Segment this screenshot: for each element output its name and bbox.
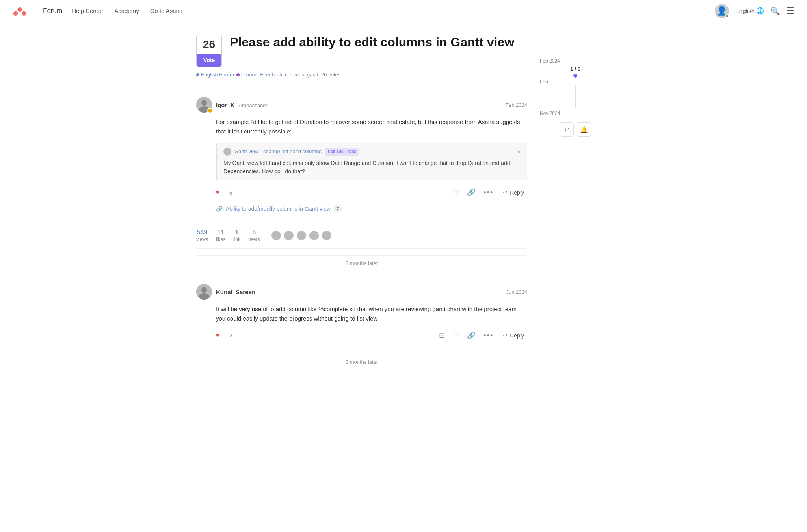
stat-views-label: views xyxy=(196,237,208,242)
sidebar-reply-icon: ↩ xyxy=(564,126,569,133)
header-divider xyxy=(35,6,35,16)
heart-icon-2: ♥ xyxy=(216,332,220,339)
post-actions-1: ♥ + 5 ♡ 🔗 ••• ↩ Reply xyxy=(196,187,527,198)
vote-button[interactable]: Vote xyxy=(197,54,221,67)
post-header-2: Kunal_Sareen Jun 2024 xyxy=(196,284,527,300)
timeline: Feb 2024 1 / 6 Feb Nov 2024 ↩ 🔔 xyxy=(540,35,611,137)
search-icon: 🔍 xyxy=(770,6,780,16)
linked-topic-link[interactable]: Ability to add/modify columns in Gantt v… xyxy=(226,206,331,212)
stat-views-value: 549 xyxy=(197,229,208,236)
stat-likes-value: 11 xyxy=(217,229,224,236)
breadcrumb-category: Product Feedback xyxy=(236,72,283,78)
header-actions: 👤 English 🌐 🔍 ☰ xyxy=(715,4,794,18)
globe-icon: 🌐 xyxy=(756,7,764,15)
bookmark-button-2[interactable]: ⊡ xyxy=(437,330,446,341)
asana-logo xyxy=(13,6,27,16)
author-name-1: Igor_K xyxy=(216,102,235,108)
like-button-2[interactable]: ♡ xyxy=(451,330,461,341)
page-container: 26 Vote Please add ability to edit colum… xyxy=(187,22,620,386)
like-icon-2: ♡ xyxy=(453,331,459,340)
link-button-1[interactable]: 🔗 xyxy=(465,187,477,198)
user-avatar-wrap[interactable]: 👤 xyxy=(715,4,729,18)
menu-icon: ☰ xyxy=(787,6,794,16)
more-button-2[interactable]: ••• xyxy=(482,330,495,341)
linked-topic-count: 7 xyxy=(334,205,342,213)
nav-academy[interactable]: Academy xyxy=(114,7,139,14)
nav-go-to-asana[interactable]: Go to Asana xyxy=(150,7,183,14)
stat-likes: 11 likes xyxy=(216,229,225,242)
stats-avatar-2 xyxy=(283,230,294,241)
post-avatar-2 xyxy=(196,284,212,300)
category-dot xyxy=(236,73,240,76)
more-button-1[interactable]: ••• xyxy=(482,187,495,198)
author-name-2: Kunal_Sareen xyxy=(216,289,255,295)
vote-box: 26 Vote xyxy=(196,35,222,67)
like-button-1[interactable]: ♡ xyxy=(451,187,461,198)
reaction-count-2: 2 xyxy=(229,332,232,339)
breadcrumb-forum-link[interactable]: English Forum xyxy=(201,72,234,78)
timeline-dot-month: Feb xyxy=(540,79,548,85)
quote-title-link[interactable]: Gantt view - change left hand columns xyxy=(234,148,322,156)
post-body-2: It will be very useful to add column lik… xyxy=(196,304,527,323)
plus-icon-1: + xyxy=(221,189,225,196)
collapse-icon[interactable]: ∨ xyxy=(517,147,521,156)
reply-button-1[interactable]: ↩ Reply xyxy=(500,188,527,197)
post-avatar-1 xyxy=(196,97,212,113)
stats-bar: 549 views 11 likes 1 link 6 users xyxy=(196,222,527,249)
plus-icon-2: + xyxy=(221,332,225,339)
language-button[interactable]: English 🌐 xyxy=(735,7,764,15)
reaction-count-1: 5 xyxy=(229,189,232,196)
svg-point-0 xyxy=(17,7,22,11)
stat-link-label: link xyxy=(233,237,240,242)
time-sep-text-2: 3 months later xyxy=(346,359,378,365)
post-item-1: Igor_K Ambassador Feb 2024 For example I… xyxy=(196,87,527,222)
sidebar-bell-button[interactable]: 🔔 xyxy=(577,122,591,137)
quote-block: Gantt view - change left hand columns Ti… xyxy=(216,143,527,180)
sidebar: Feb 2024 1 / 6 Feb Nov 2024 ↩ 🔔 xyxy=(540,35,611,373)
like-icon-1: ♡ xyxy=(453,188,459,197)
time-sep-text-1: 3 months later xyxy=(346,260,378,266)
breadcrumb-tags: columns, gantt, 26 votes xyxy=(285,72,340,78)
stat-likes-label: likes xyxy=(216,237,225,242)
quote-avatar xyxy=(223,148,231,156)
nav-help-center[interactable]: Help Center xyxy=(72,7,103,14)
breadcrumb-category-link[interactable]: Product Feedback xyxy=(241,72,283,78)
heart-reaction-button-1[interactable]: ♥ + xyxy=(216,189,225,196)
post-date-1: Feb 2024 xyxy=(506,102,527,108)
stat-views: 549 views xyxy=(196,229,208,242)
post-title: Please add ability to edit columns in Ga… xyxy=(230,35,527,50)
reply-button-2[interactable]: ↩ Reply xyxy=(500,331,527,340)
reply-label-1: Reply xyxy=(510,189,524,196)
stats-avatar-1 xyxy=(271,230,282,241)
search-button[interactable]: 🔍 xyxy=(770,6,780,16)
post-header-1: Igor_K Ambassador Feb 2024 xyxy=(196,97,527,113)
timeline-month-start: Feb 2024 xyxy=(540,58,611,64)
stat-link-value: 1 xyxy=(235,229,239,236)
sidebar-reply-button[interactable]: ↩ xyxy=(560,122,574,137)
breadcrumb: English Forum Product Feedback columns, … xyxy=(196,72,527,78)
post-body-text-1: For example I'd like to get rid of Durat… xyxy=(216,117,527,136)
heart-reaction-button-2[interactable]: ♥ + xyxy=(216,332,225,339)
svg-point-4 xyxy=(201,100,207,106)
stat-users-label: users xyxy=(248,237,260,242)
sidebar-bell-icon: 🔔 xyxy=(580,126,588,133)
link-icon-2: 🔗 xyxy=(467,331,476,340)
forum-label: Forum xyxy=(43,7,62,15)
stat-users-value: 6 xyxy=(252,229,256,236)
reply-arrow-icon-1: ↩ xyxy=(503,189,508,196)
sidebar-actions: ↩ 🔔 xyxy=(560,122,591,137)
vote-count: 26 xyxy=(197,35,221,54)
timeline-track: 1 / 6 Feb xyxy=(540,66,611,108)
forum-dot xyxy=(196,73,199,76)
post-actions-2: ♥ + 2 ⊡ ♡ 🔗 ••• ↩ Repl xyxy=(196,330,527,341)
menu-button[interactable]: ☰ xyxy=(787,6,794,16)
logo-link[interactable]: Forum xyxy=(13,6,62,16)
breadcrumb-forum: English Forum xyxy=(196,72,234,78)
link-button-2[interactable]: 🔗 xyxy=(465,330,477,341)
post-body-text-2: It will be very useful to add column lik… xyxy=(216,304,527,323)
post-date-2: Jun 2024 xyxy=(506,289,528,295)
heart-icon-1: ♥ xyxy=(216,189,220,196)
link-icon-1: 🔗 xyxy=(467,188,476,197)
main-content: 26 Vote Please add ability to edit colum… xyxy=(196,35,527,373)
stat-link: 1 link xyxy=(233,229,240,242)
